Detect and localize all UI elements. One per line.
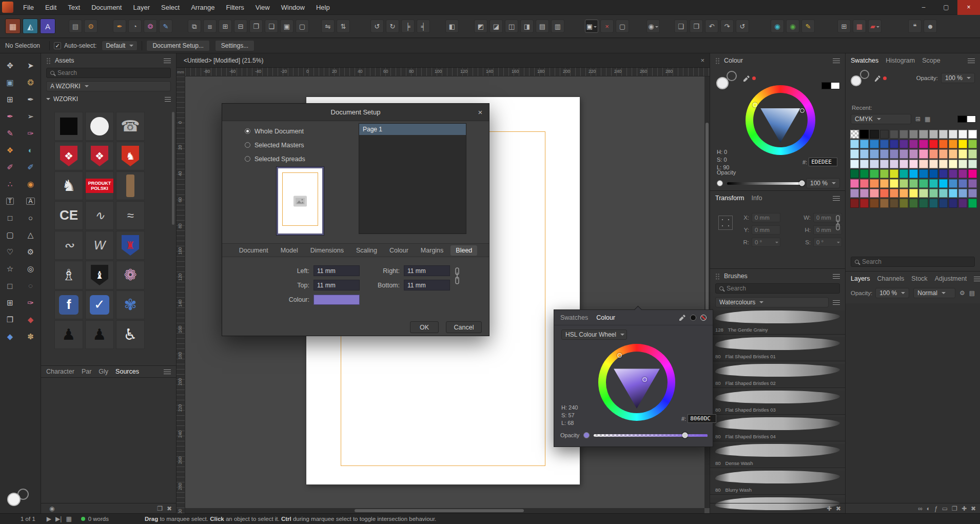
- shade-selector-dot[interactable]: [642, 377, 647, 382]
- clip-canvas-button[interactable]: ×: [600, 20, 614, 33]
- asset-signature-3[interactable]: ∾: [54, 231, 83, 260]
- erase-brush-tool[interactable]: ✐: [22, 159, 40, 175]
- palette-swatch[interactable]: [949, 149, 957, 158]
- brush-item[interactable]: 80Flat Shaped Bristles 03: [710, 391, 845, 415]
- transparent-background-button[interactable]: ▢: [616, 20, 629, 33]
- hints-button[interactable]: ❝: [908, 20, 922, 33]
- dialog-close-button[interactable]: ×: [472, 108, 489, 117]
- pen-tool[interactable]: ✒: [2, 108, 19, 124]
- pages-view-button[interactable]: ▦: [66, 515, 71, 522]
- smudge-tool[interactable]: ✽: [22, 328, 40, 344]
- palette-swatch[interactable]: [860, 179, 869, 188]
- add-layer-button[interactable]: ✚: [962, 505, 967, 512]
- tab-gly[interactable]: Gly: [99, 368, 108, 375]
- asset-accessibility[interactable]: ♿: [116, 320, 145, 349]
- show-guides-button[interactable]: ◨: [520, 20, 534, 33]
- dialog-tab-model[interactable]: Model: [276, 245, 303, 256]
- palette-swatch[interactable]: [890, 199, 898, 207]
- palette-swatch[interactable]: [870, 130, 878, 139]
- palette-swatch[interactable]: [850, 169, 859, 178]
- palette-swatch[interactable]: [860, 140, 869, 148]
- brushes-search-input[interactable]: [727, 285, 836, 292]
- node-tool[interactable]: ➢: [22, 108, 40, 124]
- move-backward-button[interactable]: ⊞: [219, 20, 232, 33]
- palette-swatch[interactable]: [850, 160, 859, 168]
- transform-field-value[interactable]: 0 °: [752, 238, 780, 247]
- palette-swatch[interactable]: [958, 149, 967, 158]
- palette-swatch[interactable]: [968, 149, 977, 158]
- link-dimensions-icon[interactable]: [835, 215, 841, 232]
- transform-field-value[interactable]: 0 mm: [752, 213, 780, 222]
- view-quality-button[interactable]: ▣: [585, 20, 598, 33]
- menu-select[interactable]: Select: [155, 0, 185, 15]
- colour-wells[interactable]: [7, 489, 30, 506]
- palette-swatch[interactable]: [958, 199, 967, 207]
- stock-button[interactable]: ◉: [786, 20, 799, 33]
- pattern-brush-tool[interactable]: ✑: [22, 295, 40, 310]
- palette-swatch[interactable]: [939, 149, 948, 158]
- opacity-slider-knob[interactable]: [799, 181, 805, 186]
- palette-swatch[interactable]: [919, 149, 928, 158]
- stroke-panel-button[interactable]: ✒: [113, 20, 126, 33]
- palette-swatch[interactable]: [968, 160, 977, 168]
- dialog-title-bar[interactable]: Document Setup ×: [222, 104, 489, 121]
- asset-griffin-crest[interactable]: ♞: [116, 142, 145, 170]
- palette-swatch[interactable]: [860, 189, 869, 198]
- highlighter-button[interactable]: ✎: [801, 20, 815, 33]
- palette-swatch[interactable]: [890, 189, 898, 198]
- palette-dropdown[interactable]: CMYK: [851, 114, 911, 124]
- tab-info[interactable]: Info: [752, 195, 762, 202]
- palette-swatch[interactable]: [968, 130, 977, 139]
- hue-selector-dot[interactable]: [617, 353, 622, 358]
- palette-swatch[interactable]: [919, 199, 928, 207]
- palette-swatch[interactable]: [939, 199, 948, 207]
- star-shape-tool[interactable]: ☆: [2, 261, 19, 277]
- brushes-panel-menu-icon[interactable]: [833, 274, 840, 279]
- palette-swatch[interactable]: [909, 169, 918, 178]
- radio-selected-spreads[interactable]: Selected Spreads: [245, 152, 305, 166]
- table-button[interactable]: ▦: [853, 20, 866, 33]
- palette-swatch[interactable]: [870, 140, 878, 148]
- asset-ce-mark[interactable]: CE: [54, 201, 83, 230]
- rotate-cw-button[interactable]: ↻: [386, 20, 399, 33]
- ruler-unit-label[interactable]: mm: [177, 68, 185, 76]
- tab-histogram[interactable]: Histogram: [886, 57, 915, 64]
- transform-panel-menu-icon[interactable]: [833, 196, 840, 201]
- palette-swatch[interactable]: [949, 169, 957, 178]
- palette-swatch[interactable]: [958, 140, 967, 148]
- palette-swatch[interactable]: [860, 149, 869, 158]
- asset-eagle-crest-red-2[interactable]: ❖: [85, 142, 114, 170]
- palette-swatch[interactable]: [919, 130, 928, 139]
- asset-produkt-polski-label[interactable]: PRODUKT POLSKI: [85, 171, 114, 200]
- brush-item[interactable]: 128The Gentle Grainy: [710, 310, 845, 335]
- palette-swatch[interactable]: [939, 140, 948, 148]
- assets-scrollbar[interactable]: [172, 112, 174, 225]
- delete-layer-button[interactable]: ✖: [971, 505, 976, 512]
- brush-list-view-icon[interactable]: [833, 300, 840, 305]
- palette-swatch[interactable]: [929, 189, 938, 198]
- menu-edit[interactable]: Edit: [40, 0, 62, 15]
- colour-wheel[interactable]: [598, 344, 675, 421]
- column-guides-button[interactable]: ▥: [551, 20, 564, 33]
- asset-figure-white[interactable]: ♗: [54, 261, 83, 289]
- table-tool[interactable]: ⊞: [2, 295, 19, 310]
- cancel-button[interactable]: Cancel: [446, 321, 482, 333]
- blur-tool[interactable]: ◆: [2, 328, 19, 344]
- palette-swatch[interactable]: [880, 169, 889, 178]
- palette-swatch[interactable]: [899, 189, 908, 198]
- palette-swatch[interactable]: [909, 199, 918, 207]
- history-button[interactable]: ↺: [736, 20, 749, 33]
- palette-swatch[interactable]: [850, 149, 859, 158]
- move-to-front-button[interactable]: ⧉: [188, 20, 201, 33]
- panel-grip-icon[interactable]: [715, 57, 720, 64]
- undo-button[interactable]: ↶: [705, 20, 718, 33]
- tab-adjustment[interactable]: Adjustment: [935, 275, 967, 282]
- dialog-tab-colour[interactable]: Colour: [384, 245, 414, 256]
- palette-swatch[interactable]: [919, 189, 928, 198]
- delete-brush-button[interactable]: ✖: [836, 505, 841, 512]
- colour-panel-menu-icon[interactable]: [833, 59, 840, 63]
- vector-brush-tool[interactable]: ✑: [22, 125, 40, 141]
- palette-swatch[interactable]: [929, 199, 938, 207]
- layer-lock-button[interactable]: ▤: [969, 289, 975, 297]
- palette-swatch[interactable]: [909, 140, 918, 148]
